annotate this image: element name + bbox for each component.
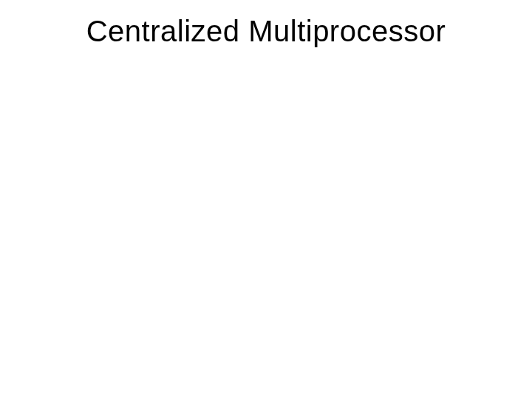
- slide-title: Centralized Multiprocessor: [0, 15, 532, 48]
